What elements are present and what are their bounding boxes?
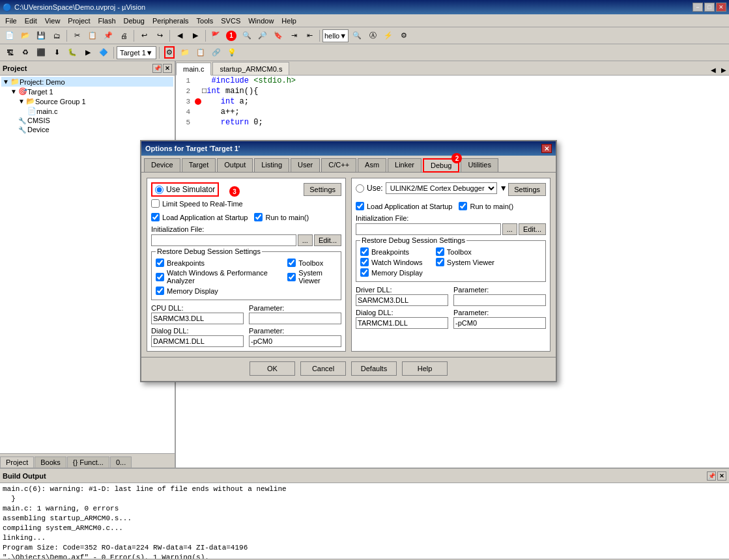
left-load-app-checkbox[interactable]: [151, 213, 160, 221]
build-close-button[interactable]: ✕: [717, 471, 726, 481]
modal-tab-user[interactable]: User: [291, 158, 320, 172]
panel-tab-0[interactable]: 0...: [110, 456, 132, 468]
right-init-edit[interactable]: Edit...: [519, 223, 546, 235]
menu-peripherals[interactable]: Peripherals: [149, 16, 193, 26]
left-watch-checkbox[interactable]: [156, 273, 164, 281]
manage2-icon[interactable]: 📋: [193, 46, 208, 60]
find-button[interactable]: 🔎: [255, 29, 270, 43]
right-driver-dll-input[interactable]: [356, 294, 448, 306]
left-init-browse[interactable]: ...: [298, 234, 313, 246]
defaults-button[interactable]: Defaults: [351, 361, 397, 376]
left-sys-checkbox[interactable]: [287, 273, 296, 281]
left-init-input[interactable]: [151, 234, 296, 246]
left-toolbox-checkbox[interactable]: [287, 259, 296, 267]
cancel-button[interactable]: Cancel: [300, 361, 346, 376]
manage1-icon[interactable]: 📁: [178, 46, 192, 60]
rebuild-icon[interactable]: ♻: [18, 46, 33, 60]
right-run-main-checkbox[interactable]: [459, 202, 467, 210]
panel-tab-books[interactable]: Books: [35, 456, 66, 468]
tab-startup[interactable]: startup_ARMCM0.s: [212, 62, 289, 75]
manage3-icon[interactable]: 🔗: [209, 46, 223, 60]
panel-tab-funct[interactable]: {} Funct...: [67, 456, 109, 468]
a-button[interactable]: Ⓐ: [365, 29, 380, 43]
left-bp-checkbox[interactable]: [156, 259, 164, 267]
manage4-icon[interactable]: 💡: [225, 46, 239, 60]
right-mem-checkbox[interactable]: [360, 268, 369, 277]
save-button[interactable]: 💾: [34, 29, 48, 43]
use-simulator-radio[interactable]: Use Simulator: [151, 182, 219, 197]
right-init-input[interactable]: [356, 223, 501, 235]
tab-mainc[interactable]: main.c: [176, 63, 211, 76]
tree-item-device[interactable]: 🔧 Device: [1, 125, 173, 134]
maximize-button[interactable]: □: [704, 3, 715, 12]
menu-project[interactable]: Project: [64, 16, 94, 26]
save-all-button[interactable]: 🗂: [50, 29, 64, 43]
modal-tab-linker[interactable]: Linker: [388, 158, 422, 172]
modal-tab-listing[interactable]: Listing: [254, 158, 289, 172]
panel-pin-button[interactable]: 📌: [152, 64, 162, 73]
left-cpu-dll-input[interactable]: [151, 313, 244, 324]
menu-edit[interactable]: Edit: [21, 16, 41, 26]
use-debugger-radio[interactable]: [356, 184, 364, 193]
tab-nav-left[interactable]: ◀: [708, 64, 719, 75]
tree-item-cmsis[interactable]: 🔧 CMSIS: [1, 116, 173, 125]
undo-button[interactable]: ↩: [137, 29, 151, 43]
zap-button[interactable]: ⚡: [381, 29, 395, 43]
right-settings-button[interactable]: Settings: [508, 183, 546, 196]
menu-window[interactable]: Window: [244, 16, 278, 26]
left-mem-checkbox[interactable]: [156, 287, 164, 295]
right-sys-checkbox[interactable]: [436, 258, 444, 266]
modal-tab-asm[interactable]: Asm: [358, 158, 386, 172]
panel-close-button[interactable]: ✕: [163, 64, 172, 73]
modal-tab-utilities[interactable]: Utilities: [461, 158, 498, 172]
options-dialog[interactable]: Options for Target 'Target 1' ✕ Device T…: [140, 140, 557, 382]
left-dialog-param-input[interactable]: [249, 335, 341, 347]
tree-item-project[interactable]: ▼ 📁 Project: Demo: [1, 77, 173, 87]
modal-tab-cpp[interactable]: C/C++: [321, 158, 356, 172]
right-init-browse[interactable]: ...: [502, 223, 517, 235]
ok-button[interactable]: OK: [250, 361, 295, 376]
right-toolbox-checkbox[interactable]: [436, 247, 444, 256]
panel-tab-project[interactable]: Project: [0, 456, 34, 468]
debug-icon[interactable]: 🐛: [65, 46, 79, 60]
limit-speed-checkbox[interactable]: [151, 199, 160, 208]
tree-item-mainc[interactable]: 📄 main.c: [1, 106, 173, 116]
right-dialog-dll-input[interactable]: [356, 317, 448, 329]
copy-button[interactable]: 📋: [85, 29, 100, 43]
stop-build-icon[interactable]: ⬛: [34, 46, 48, 60]
options-icon[interactable]: ⚙: [162, 46, 177, 60]
annot-1-button[interactable]: 1: [224, 29, 238, 43]
new-file-button[interactable]: 📄: [3, 29, 17, 43]
cut-button[interactable]: ✂: [70, 29, 84, 43]
print-button[interactable]: 🖨: [117, 29, 131, 43]
modal-tab-target[interactable]: Target: [182, 158, 216, 172]
tab-nav-right[interactable]: ▶: [719, 64, 729, 75]
left-dialog-dll-input[interactable]: [151, 335, 244, 347]
unindent-button[interactable]: ⇤: [302, 29, 317, 43]
help-button[interactable]: Help: [402, 361, 448, 376]
build-pin-button[interactable]: 📌: [707, 471, 716, 481]
menu-view[interactable]: View: [41, 16, 64, 26]
modal-tab-device[interactable]: Device: [144, 158, 180, 172]
build-icon[interactable]: 🏗: [3, 46, 17, 60]
menu-file[interactable]: File: [1, 16, 21, 26]
menu-debug[interactable]: Debug: [120, 16, 149, 26]
target-select[interactable]: Target 1 ▼: [117, 46, 156, 59]
debugger-dropdown[interactable]: ULINK2/ME Cortex Debugger: [386, 182, 497, 194]
close-button[interactable]: ✕: [716, 3, 726, 12]
menu-help[interactable]: Help: [278, 16, 300, 26]
left-init-edit[interactable]: Edit...: [314, 234, 341, 246]
menu-svcs[interactable]: SVCS: [217, 16, 244, 26]
modal-tab-debug[interactable]: Debug 2: [423, 158, 459, 173]
download-icon[interactable]: ⬇: [50, 46, 64, 60]
right-driver-param-input[interactable]: [453, 294, 546, 306]
indent-button[interactable]: ⇥: [287, 29, 301, 43]
debug2-icon[interactable]: ▶: [81, 46, 95, 60]
search-button[interactable]: 🔍: [240, 29, 254, 43]
right-bp-checkbox[interactable]: [360, 247, 369, 256]
menu-flash[interactable]: Flash: [94, 16, 120, 26]
tree-item-target1[interactable]: ▼ 🎯 Target 1: [1, 87, 173, 96]
zoom-button[interactable]: 🔍: [350, 29, 364, 43]
left-settings-button[interactable]: Settings: [304, 183, 341, 196]
bookmark-button[interactable]: 🔖: [271, 29, 285, 43]
